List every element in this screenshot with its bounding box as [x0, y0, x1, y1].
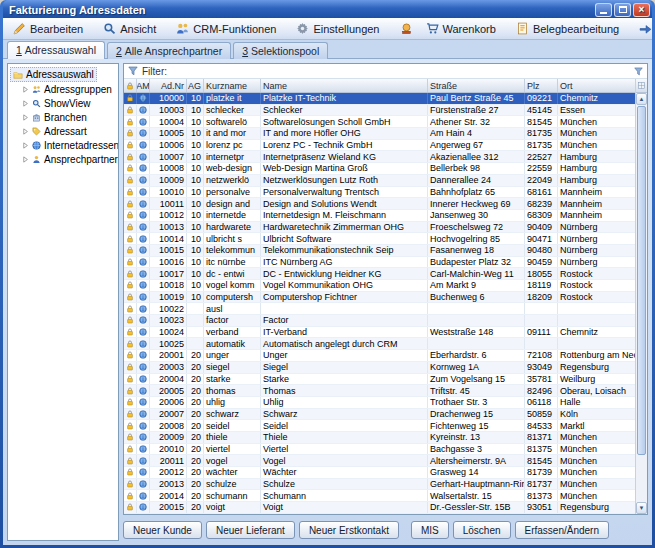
table-row[interactable]: 1000810web-designWeb-Design Martina Groß… [124, 163, 635, 175]
table-row[interactable]: 1001210internetdeInternetdesign M. Fleis… [124, 210, 635, 222]
address-tree-panel: AdressauswahlAdressgruppenShowViewBranch… [7, 63, 119, 541]
table-row[interactable]: 1001610itc nürnbeITC Nürnberg AGBudapest… [124, 257, 635, 269]
button-mis[interactable]: MIS [411, 521, 449, 539]
table-row[interactable]: 10024verbandIT-VerbandWeststraße 1480911… [124, 327, 635, 339]
toolbar-button-bearbeiten[interactable]: Bearbeiten [7, 19, 89, 38]
lock-cell [124, 292, 137, 303]
column-header-label: AM [137, 81, 150, 91]
table-row[interactable]: 2000320siegelSiegelKornweg 1A93049Regens… [124, 362, 635, 374]
toolbar-button-stamp-icon[interactable] [394, 19, 419, 38]
cell-strasse: Fasanenweg 18 [428, 245, 525, 256]
table-row[interactable]: 2000120ungerUngerEberhardstr. 672108Rott… [124, 350, 635, 362]
column-header-lock[interactable] [124, 79, 137, 92]
table-row[interactable]: 2000620uhligUhligTrothaer Str. 306118Hal… [124, 397, 635, 409]
table-row[interactable]: 1000010platzke itPlatzke IT-TechnikPaul … [124, 93, 635, 105]
column-header-straße[interactable]: Straße [428, 79, 525, 92]
minimize-button[interactable] [595, 3, 612, 17]
column-header-name[interactable]: Name [261, 79, 428, 92]
table-row[interactable]: 2001520voigtVoigtDr.-Gessler-Str. 15B930… [124, 502, 635, 514]
table-row[interactable]: 2000720schwarzSchwarzDrachenweg 1550859K… [124, 409, 635, 421]
toolbar-button-einstellungen[interactable]: Einstellungen [290, 19, 385, 38]
table-row[interactable]: 2001020viertelViertelBachgasse 381375Mün… [124, 444, 635, 456]
tab-alle-ansprechpartner[interactable]: 2 Alle Ansprechpartner [107, 42, 231, 59]
toolbar-button-belegbearbeitung[interactable]: Belegbearbeitung [510, 19, 625, 38]
button-löschen[interactable]: Löschen [453, 521, 511, 539]
scroll-up-arrow[interactable]: ▲ [636, 93, 647, 105]
cell-ag [187, 327, 204, 338]
tree-item-adressgruppen[interactable]: Adressgruppen [10, 82, 116, 96]
table-row[interactable]: 10022ausl [124, 303, 635, 315]
table-row[interactable]: 2001320schulzeSchulzeGerhart-Hauptmann-R… [124, 479, 635, 491]
column-options-button[interactable] [636, 79, 647, 93]
cell-strasse: Buchenweg 6 [428, 292, 525, 303]
table-row[interactable]: 1000410softwarelöSoftwarelösungen Scholl… [124, 116, 635, 128]
toolbar-button-delegieren[interactable]: Delegieren [633, 19, 655, 38]
scroll-thumb[interactable] [637, 106, 646, 455]
table-row[interactable]: 10025automatikAutomatisch angelegt durch… [124, 338, 635, 350]
table-row[interactable]: 2000420starkeStarkeZum Vogelsang 1535781… [124, 374, 635, 386]
scroll-down-arrow[interactable]: ▼ [636, 502, 647, 514]
table-row[interactable]: 10023factorFactor [124, 315, 635, 327]
column-header-kurzname[interactable]: Kurzname [204, 79, 261, 92]
cart-icon [426, 22, 439, 35]
title-bar[interactable]: Fakturierung Adressdaten × [3, 0, 652, 18]
cell-strasse: Bahnhofplatz 65 [428, 187, 525, 198]
tab-selektionspool[interactable]: 3 Selektionspool [233, 42, 328, 59]
table-row[interactable]: 1000510it and morIT and more Höfler OHGA… [124, 128, 635, 140]
table-row[interactable]: 1001910computershComputershop FichtnerBu… [124, 292, 635, 304]
table-row[interactable]: 1001310hardwareteHardwaretechnik Zimmerm… [124, 222, 635, 234]
maximize-button[interactable] [614, 3, 631, 17]
globe-icon [139, 188, 147, 196]
tree-item-branchen[interactable]: Branchen [10, 110, 116, 124]
scroll-track[interactable] [636, 105, 647, 502]
table-row[interactable]: 1001010personalvePersonalverwaltung Tren… [124, 187, 635, 199]
vertical-scrollbar[interactable]: ▲ ▼ [635, 79, 647, 514]
table-row[interactable]: 1000910netzwerklöNetzwerklösungen Lutz R… [124, 175, 635, 187]
tab-adressauswahl[interactable]: 1 Adressauswahl [7, 41, 105, 59]
globe-cell [137, 420, 150, 431]
column-header-ad-nr[interactable]: Ad.Nr [150, 79, 187, 92]
button-erfassen-ändern[interactable]: Erfassen/Ändern [515, 521, 610, 539]
table-row[interactable]: 2000920thieleThieleKyreinstr. 1381371Mün… [124, 432, 635, 444]
cell-kurzname: internetde [204, 210, 261, 221]
table-row[interactable]: 1000710internetprInternetpräsenz Wieland… [124, 151, 635, 163]
table-row[interactable]: 2001120vogelVogelAltersheimerstr. 9A8154… [124, 455, 635, 467]
column-header-am[interactable]: AM [137, 79, 150, 92]
table-row[interactable]: 1001510telekommunTelekommunikationstechn… [124, 245, 635, 257]
table-row[interactable]: 1001410ulbricht sUlbricht SoftwareHochvo… [124, 233, 635, 245]
table-row[interactable]: 2001220wächterWächterGrasweg 1481739Münc… [124, 467, 635, 479]
cell-plz: 68239 [525, 198, 558, 209]
cell-ort: München [558, 455, 635, 466]
table-row[interactable]: 2001420schumannSchumannWalsertalstr. 158… [124, 490, 635, 502]
globe-icon [139, 246, 147, 254]
tree-root-adressauswahl[interactable]: Adressauswahl [10, 67, 97, 82]
close-button[interactable]: × [633, 3, 650, 17]
table-row[interactable]: 2000520thomasThomasTriftstr. 4582496Ober… [124, 385, 635, 397]
tree-item-adressart[interactable]: Adressart [10, 124, 116, 138]
table-row[interactable]: 1001710dc - entwiDC - Entwicklung Heidne… [124, 268, 635, 280]
toolbar-button-warenkorb[interactable]: Warenkorb [420, 19, 502, 38]
table-row[interactable]: 1001810vogel kommVogel Kommunikation OHG… [124, 280, 635, 292]
button-neuer-kunde[interactable]: Neuer Kunde [123, 521, 202, 539]
lock-cell [124, 385, 137, 396]
tree-item-showview[interactable]: ShowView [10, 96, 116, 110]
filter-options-icon[interactable] [634, 67, 643, 76]
toolbar-button-ansicht[interactable]: Ansicht [97, 19, 162, 38]
toolbar-button-crm-funktionen[interactable]: CRM-Funktionen [170, 19, 282, 38]
lock-icon [126, 246, 134, 254]
column-header-plz[interactable]: Plz [525, 79, 558, 92]
globe-icon [139, 480, 147, 488]
table-row[interactable]: 2000820seidelSeidelFichtenweg 1584533Mar… [124, 420, 635, 432]
tree-item-internetadressen[interactable]: Internetadressen [10, 138, 116, 152]
column-header-ort[interactable]: Ort [558, 79, 635, 92]
tree-item-ansprechpartner[interactable]: Ansprechpartner [10, 152, 116, 166]
column-header-ag[interactable]: AG [187, 79, 204, 92]
table-row[interactable]: 1000310schleckerSchleckerFürstenstraße 2… [124, 105, 635, 117]
lock-icon [126, 410, 134, 418]
table-row[interactable]: 1001110design andDesign and Solutions We… [124, 198, 635, 210]
table-row[interactable]: 1000610lorenz pcLorenz PC - Technik GmbH… [124, 140, 635, 152]
cell-adnr: 20005 [150, 385, 187, 396]
button-neuer-lieferant[interactable]: Neuer Lieferant [206, 521, 295, 539]
table-body[interactable]: 1000010platzke itPlatzke IT-TechnikPaul … [124, 93, 635, 514]
button-neuer-erstkontakt[interactable]: Neuer Erstkontakt [299, 521, 399, 539]
